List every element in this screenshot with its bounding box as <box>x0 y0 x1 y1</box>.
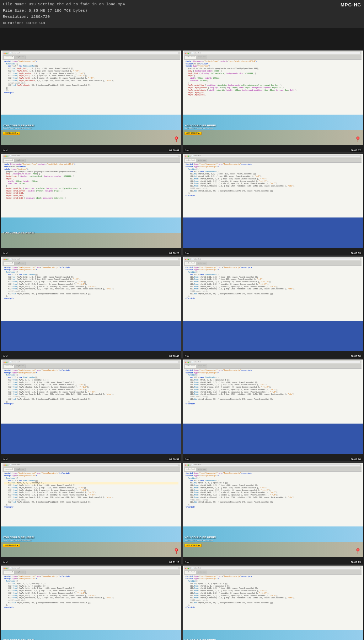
thumbnail-6[interactable]: 📄 index.html index.html style.css <scrip… <box>182 256 363 358</box>
thumbnail-4[interactable]: 📄 index.html index.html style.css <scrip… <box>182 153 363 256</box>
filename: File Name: 013 Setting the ad to fade in… <box>3 1 361 8</box>
svg-point-1 <box>176 137 177 138</box>
mpc-hc-logo: MPC-HC <box>341 1 361 9</box>
lynda-watermark-8: lynd <box>184 458 190 461</box>
preview-3: YOU COULD BE HERE! <box>1 217 181 248</box>
code-editor-7: 📄 index.html index.html style.css <scrip… <box>1 360 181 424</box>
lynda-watermark-2: lynd <box>184 149 190 152</box>
timestamp-4: 00:00:33 <box>350 252 362 255</box>
timestamp-9: 00:01:15 <box>168 561 180 563</box>
preview-4 <box>183 217 363 248</box>
code-editor-9: 📄 index.html index.html style.css <scrip… <box>1 463 181 527</box>
preview-7 <box>1 424 181 454</box>
code-editor-3: 📄 index.html index.html style.css <meta … <box>1 154 181 218</box>
preview-1: YOU COULD BE HERE! Save 50% on Hawaiian … <box>1 115 181 145</box>
thumbnail-12[interactable]: 📄 index.html index.html style.css <scrip… <box>182 565 363 640</box>
file-info-bar: File Name: 013 Setting the ad to fade in… <box>0 0 364 28</box>
thumbnail-5[interactable]: 📄 index.html index.html style.css <scrip… <box>1 256 182 358</box>
duration: Duration: 00:01:48 <box>3 20 361 27</box>
thumbnail-2[interactable]: 📄 index.html index.html style.css <meta … <box>182 50 363 152</box>
preview-5 <box>1 321 181 351</box>
code-editor-10: 📄 index.html index.html style.css <scrip… <box>183 463 363 527</box>
thumbnail-3[interactable]: 📄 index.html index.html style.css <meta … <box>1 153 182 256</box>
preview-8 <box>183 424 363 454</box>
timestamp-1: 00:00:08 <box>168 149 180 152</box>
timestamp-7: 00:00:58 <box>168 458 180 461</box>
timestamp-3: 00:00:25 <box>168 252 180 255</box>
preview-2: YOU COULD BE HERE! Save 50% on Hawaiian … <box>183 115 363 145</box>
lynda-watermark-3: lynd <box>2 252 8 255</box>
code-editor-4: 📄 index.html index.html style.css <scrip… <box>183 154 363 218</box>
thumbnail-11[interactable]: 📄 index.html index.html style.css <scrip… <box>1 565 182 640</box>
resolution: Resolution: 1280x720 <box>3 14 361 20</box>
preview-11: YOU COULD BE HERE! Save 50% on Hawaiian … <box>1 630 181 640</box>
preview-6 <box>183 321 363 351</box>
timestamp-6: 00:00:50 <box>350 355 362 357</box>
preview-12: YOU COULD BE HERE! Save 50% on Hawaiian … <box>183 630 363 640</box>
code-editor-8: 📄 index.html index.html style.css <scrip… <box>183 360 363 424</box>
lynda-watermark-9: lynd <box>2 561 8 563</box>
lynda-watermark-5: lynd <box>2 355 8 357</box>
thumbnail-grid: 📄 index.html index.html style.css <scrip… <box>0 49 364 640</box>
svg-point-5 <box>176 549 177 550</box>
timestamp-8: 00:01:06 <box>350 458 362 461</box>
timestamp-2: 00:00:17 <box>350 149 362 152</box>
code-editor-12: 📄 index.html index.html style.css <scrip… <box>183 566 363 630</box>
thumbnail-8[interactable]: 📄 index.html index.html style.css <scrip… <box>182 359 363 461</box>
code-editor-6: 📄 index.html index.html style.css <scrip… <box>183 257 363 321</box>
thumbnail-7[interactable]: 📄 index.html index.html style.css <scrip… <box>1 359 182 461</box>
timestamp-10: 00:01:23 <box>350 561 362 563</box>
svg-point-3 <box>357 137 358 138</box>
code-editor-11: 📄 index.html index.html style.css <scrip… <box>1 566 181 630</box>
filesize: File Size: 6,85 MB (7 186 768 bytes) <box>3 8 361 14</box>
thumbnail-10[interactable]: 📄 index.html index.html style.css <scrip… <box>182 462 363 565</box>
lynda-watermark-6: lynd <box>184 355 190 357</box>
timestamp-5: 00:00:42 <box>168 355 180 357</box>
code-editor-5: 📄 index.html index.html style.css <scrip… <box>1 257 181 321</box>
thumbnail-9[interactable]: 📄 index.html index.html style.css <scrip… <box>1 462 182 565</box>
code-editor-2: 📄 index.html index.html style.css <meta … <box>183 51 363 115</box>
lynda-watermark-1: lynd <box>2 149 8 152</box>
preview-10: YOU COULD BE HERE! Save 50% on Hawaiian … <box>183 526 363 557</box>
preview-9: YOU COULD BE HERE! Save 50% on Hawaiian … <box>1 526 181 557</box>
code-editor-1: 📄 index.html index.html style.css <scrip… <box>1 51 181 115</box>
lynda-watermark-4: lynd <box>184 252 190 255</box>
lynda-watermark-10: lynd <box>184 561 190 563</box>
thumbnail-1[interactable]: 📄 index.html index.html style.css <scrip… <box>1 50 182 152</box>
svg-point-7 <box>357 549 358 550</box>
lynda-watermark-7: lynd <box>2 458 8 461</box>
